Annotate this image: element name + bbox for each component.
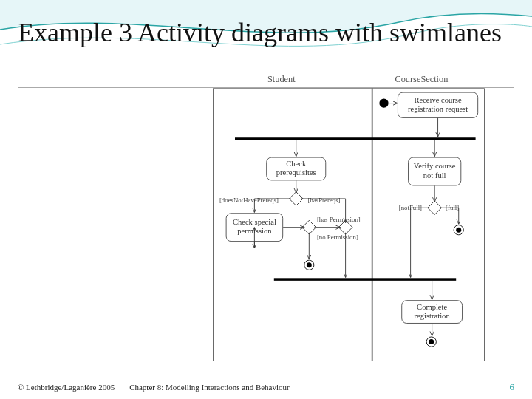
page-number: 6 (510, 381, 515, 393)
footer-chapter: Chapter 8: Modelling Interactions and Be… (129, 383, 290, 392)
slide-title: Example 3 Activity diagrams with swimlan… (18, 18, 514, 48)
footer-copyright: © Lethbridge/Laganière 2005 (18, 383, 115, 392)
slide: Example 3 Activity diagrams with swimlan… (0, 0, 532, 399)
diagram-edges (170, 74, 495, 366)
activity-diagram: Student CourseSection Receive course reg… (170, 74, 476, 334)
footer: © Lethbridge/Laganière 2005 Chapter 8: M… (18, 381, 514, 393)
